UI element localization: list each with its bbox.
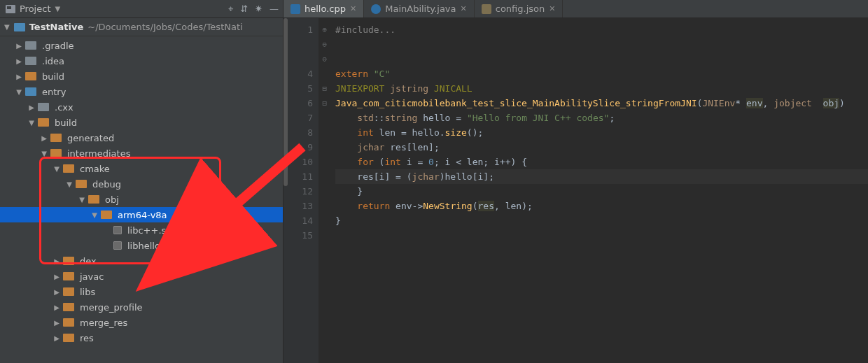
project-sidebar: ▼ TestNative ~/Documents/Jobs/Codes/Test… [0, 18, 284, 363]
tab-mainability-java[interactable]: MainAbility.java✕ [364, 0, 475, 17]
project-root-path: ~/Documents/Jobs/Codes/TestNati [88, 22, 242, 32]
hide-icon[interactable]: — [270, 3, 279, 14]
close-icon[interactable]: ✕ [350, 4, 356, 13]
close-icon[interactable]: ✕ [549, 4, 555, 13]
tree-item-label: merge_profile [80, 302, 143, 313]
chevron-icon[interactable] [15, 88, 22, 96]
chevron-icon[interactable] [41, 150, 48, 157]
line-gutter: ⊕ ⊖ ⊖ ⊟⊟ 1 456789101112131415 [284, 18, 318, 363]
project-icon [6, 5, 15, 13]
tree-item-label: entry [42, 87, 66, 97]
settings-icon[interactable]: ✷ [255, 3, 262, 14]
expand-icon[interactable]: ⇵ [240, 3, 248, 14]
chevron-icon[interactable] [53, 273, 60, 280]
chevron-icon[interactable] [28, 104, 35, 111]
tree-item-debug[interactable]: debug [0, 176, 283, 192]
project-label: Project [20, 3, 50, 14]
tree-item-merge_res[interactable]: merge_res [0, 315, 283, 330]
tree-item-libhello-so[interactable]: libhello.so [0, 238, 283, 253]
tree-item-label: intermediates [67, 148, 130, 159]
folder-icon [101, 211, 112, 219]
project-tree[interactable]: .gradle.ideabuildentry.cxxbuildgenerated… [0, 36, 283, 363]
chevron-icon[interactable] [15, 73, 22, 80]
tree-item-res[interactable]: res [0, 330, 283, 346]
chevron-icon[interactable] [66, 180, 73, 188]
folder-icon [25, 41, 36, 50]
tree-item-merge_profile[interactable]: merge_profile [0, 299, 283, 315]
tree-item-label: libc++.so [127, 225, 172, 236]
tree-item--gradle[interactable]: .gradle [0, 38, 283, 53]
chevron-icon[interactable] [53, 257, 60, 265]
folder-icon [25, 57, 36, 65]
chevron-icon[interactable] [15, 57, 22, 65]
tree-item--cxx[interactable]: .cxx [0, 99, 283, 115]
code-editor[interactable]: ⊕ ⊖ ⊖ ⊟⊟ 1 456789101112131415 #include..… [284, 18, 868, 363]
folder-icon [63, 257, 74, 265]
tree-item-label: arm64-v8a [118, 210, 167, 220]
chevron-icon[interactable] [78, 196, 85, 204]
chevron-icon[interactable] [53, 165, 60, 173]
tree-item-label: cmake [80, 164, 110, 174]
tree-item--idea[interactable]: .idea [0, 53, 283, 69]
tree-item-javac[interactable]: javac [0, 269, 283, 284]
tree-item-entry[interactable]: entry [0, 84, 283, 99]
tab-config-json[interactable]: config.json✕ [475, 0, 564, 17]
chevron-down-icon: ▼ [4, 23, 10, 31]
folder-icon [63, 164, 74, 173]
chevron-icon[interactable] [53, 304, 60, 311]
tree-item-libc-so[interactable]: libc++.so [0, 222, 283, 238]
file-icon [371, 4, 381, 14]
project-root-name: TestNative [29, 22, 84, 32]
close-icon[interactable]: ✕ [461, 4, 467, 13]
locate-icon[interactable]: ⌖ [228, 3, 233, 15]
tree-item-label: .gradle [42, 41, 74, 51]
folder-icon [25, 87, 36, 96]
folder-icon [63, 334, 74, 342]
chevron-icon[interactable] [41, 134, 48, 142]
code-area[interactable]: #include...extern "C"JNIEXPORT jstring J… [318, 18, 868, 363]
folder-icon [38, 118, 49, 127]
tree-item-label: javac [80, 271, 104, 282]
folder-icon [88, 195, 99, 204]
tab-label: hello.cpp [304, 3, 346, 14]
tree-item-label: obj [105, 194, 119, 205]
tree-item-label: libs [80, 287, 95, 297]
tab-hello-cpp[interactable]: hello.cpp✕ [284, 0, 364, 17]
tree-item-build[interactable]: build [0, 115, 283, 130]
project-selector[interactable]: Project ▼ [6, 3, 60, 14]
folder-icon [50, 134, 62, 142]
folder-icon [63, 303, 74, 311]
tree-item-dex[interactable]: dex [0, 253, 283, 269]
breadcrumb[interactable]: ▼ TestNative ~/Documents/Jobs/Codes/Test… [0, 18, 283, 36]
chevron-icon[interactable] [53, 288, 60, 296]
folder-icon [63, 318, 74, 327]
tree-item-generated[interactable]: generated [0, 130, 283, 145]
tree-item-arm64-v8a[interactable]: arm64-v8a [0, 207, 283, 222]
tree-item-label: libhello.so [127, 241, 174, 251]
chevron-icon[interactable] [15, 42, 22, 50]
tab-label: config.json [496, 3, 545, 14]
editor-scrollbar[interactable] [284, 18, 288, 186]
tree-item-label: merge_res [80, 318, 127, 328]
file-icon [113, 226, 122, 234]
tree-item-obj[interactable]: obj [0, 192, 283, 207]
tree-item-label: debug [92, 179, 121, 190]
tree-item-build[interactable]: build [0, 69, 283, 84]
tree-item-cmake[interactable]: cmake [0, 161, 283, 176]
file-icon [290, 4, 300, 14]
chevron-icon[interactable] [53, 334, 60, 342]
tree-item-intermediates[interactable]: intermediates [0, 145, 283, 161]
tree-item-label: generated [67, 133, 114, 143]
editor-tabs: hello.cpp✕MainAbility.java✕config.json✕ [284, 0, 868, 17]
chevron-icon[interactable] [53, 319, 60, 327]
tree-item-libs[interactable]: libs [0, 284, 283, 299]
folder-icon [63, 272, 74, 280]
tab-label: MainAbility.java [385, 3, 456, 14]
tree-item-label: dex [80, 256, 97, 266]
chevron-down-icon: ▼ [55, 5, 60, 13]
file-icon [113, 241, 122, 250]
fold-marks: ⊕ ⊖ ⊖ ⊟⊟ [322, 22, 327, 111]
chevron-icon[interactable] [28, 119, 35, 127]
chevron-icon[interactable] [91, 211, 98, 219]
folder-icon [25, 72, 36, 80]
